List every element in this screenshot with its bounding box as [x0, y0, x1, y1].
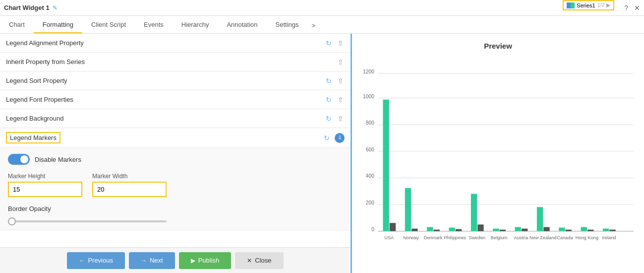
legend-sort-label: Legend Sort Property — [6, 77, 67, 84]
legend-alignment-chevron[interactable]: ⇧ — [337, 38, 345, 48]
legend-markers-chevron-down[interactable]: ⇩ — [335, 133, 345, 143]
main-content: Legend Alignment Property ↻ ⇧ Inherit Pr… — [0, 34, 644, 273]
marker-height-input[interactable] — [8, 182, 82, 197]
svg-rect-36 — [609, 230, 615, 231]
previous-button[interactable]: ← Previous — [67, 252, 125, 269]
next-arrow-icon: → — [141, 257, 147, 264]
legend-background-actions: ↻ ⇧ — [325, 114, 345, 124]
svg-rect-27 — [515, 227, 521, 231]
svg-rect-19 — [427, 227, 433, 231]
legend-markers-expanded: Disable Markers Marker Height Marker Wid… — [0, 148, 351, 230]
toggle-track[interactable] — [8, 154, 30, 165]
svg-text:Hong Kong: Hong Kong — [576, 235, 598, 240]
inherit-label: Inherit Property from Series — [6, 58, 85, 66]
legend-sort-actions: ↻ ⇧ — [325, 76, 345, 86]
svg-rect-32 — [566, 230, 572, 231]
legend-markers-label: Legend Markers — [6, 132, 60, 143]
close-label: Close — [255, 257, 271, 264]
title-bar-left: Chart Widget 1 ✎ — [4, 4, 58, 11]
svg-rect-30 — [543, 227, 549, 231]
svg-rect-25 — [493, 229, 499, 231]
right-panel: Preview Series1 1/2 ▶ 0 200 400 600 800 — [352, 34, 644, 273]
svg-text:800: 800 — [366, 120, 374, 126]
prop-row-legend-sort: Legend Sort Property ↻ ⇧ — [0, 71, 351, 90]
tab-hierarchy[interactable]: Hierarchy — [173, 17, 218, 33]
marker-width-label: Marker Width — [92, 173, 167, 180]
legend-alignment-refresh[interactable]: ↻ — [325, 38, 333, 48]
next-button[interactable]: → Next — [129, 252, 175, 269]
marker-height-group: Marker Height — [8, 173, 82, 197]
svg-text:Ireland: Ireland — [602, 235, 616, 240]
prop-row-legend-alignment: Legend Alignment Property ↻ ⇧ — [0, 34, 351, 53]
title-bar: Chart Widget 1 ✎ ? ✕ — [0, 0, 644, 16]
svg-rect-20 — [434, 230, 440, 231]
svg-text:0: 0 — [371, 227, 374, 232]
close-window-icon[interactable]: ✕ — [634, 4, 640, 12]
legend-font-actions: ↻ ⇧ — [325, 95, 345, 105]
tab-bar: Chart Formatting Client Script Events Hi… — [0, 16, 644, 34]
marker-width-input[interactable] — [92, 182, 167, 197]
publish-button[interactable]: ▶ Publish — [179, 252, 232, 269]
tab-formatting[interactable]: Formatting — [34, 17, 82, 33]
help-icon[interactable]: ? — [624, 4, 628, 12]
tab-client-script[interactable]: Client Script — [82, 17, 135, 33]
close-button[interactable]: ✕ Close — [235, 252, 283, 269]
svg-text:600: 600 — [366, 147, 374, 152]
svg-text:Sweden: Sweden — [468, 235, 485, 240]
legend-background-refresh[interactable]: ↻ — [325, 114, 333, 124]
slider-container — [8, 216, 167, 224]
svg-text:400: 400 — [366, 173, 374, 179]
previous-label: Previous — [88, 257, 113, 264]
svg-rect-26 — [500, 230, 506, 231]
svg-text:Norway: Norway — [403, 235, 419, 240]
svg-text:1000: 1000 — [363, 94, 374, 99]
publish-arrow-icon: ▶ — [191, 257, 195, 264]
title-bar-right: ? ✕ — [624, 4, 640, 12]
tab-settings[interactable]: Settings — [267, 17, 308, 33]
bottom-bar: ← Previous → Next ▶ Publish ✕ Close — [0, 247, 351, 273]
disable-markers-toggle[interactable] — [8, 154, 30, 165]
properties-area: Legend Alignment Property ↻ ⇧ Inherit Pr… — [0, 34, 351, 247]
svg-text:200: 200 — [366, 200, 374, 205]
left-panel: Legend Alignment Property ↻ ⇧ Inherit Pr… — [0, 34, 352, 273]
legend-font-refresh[interactable]: ↻ — [325, 95, 333, 105]
tab-annotation[interactable]: Annotation — [218, 17, 266, 33]
border-opacity-label: Border Opacity — [8, 205, 343, 212]
preview-chart: 0 200 400 600 800 1000 1200 — [360, 60, 636, 265]
svg-text:1200: 1200 — [363, 69, 374, 74]
app-window: Chart Widget 1 ✎ ? ✕ Chart Formatting Cl… — [0, 0, 644, 273]
legend-markers-actions: ↻ ⇩ — [323, 133, 345, 143]
tab-more[interactable]: > — [308, 18, 320, 33]
marker-height-label: Marker Height — [8, 173, 82, 180]
inherit-actions: ⇧ — [337, 57, 345, 67]
inherit-chevron[interactable]: ⇧ — [337, 57, 345, 67]
legend-markers-refresh[interactable]: ↻ — [323, 133, 331, 143]
edit-icon[interactable]: ✎ — [53, 4, 58, 11]
svg-rect-23 — [471, 194, 477, 231]
legend-font-chevron[interactable]: ⇧ — [337, 95, 345, 105]
svg-text:Austria: Austria — [514, 235, 528, 240]
legend-sort-refresh[interactable]: ↻ — [325, 76, 333, 86]
disable-markers-row: Disable Markers — [8, 154, 343, 165]
tab-events[interactable]: Events — [135, 17, 173, 33]
close-x-icon: ✕ — [247, 257, 252, 264]
legend-background-chevron[interactable]: ⇧ — [337, 114, 345, 124]
border-opacity-slider[interactable] — [8, 220, 167, 222]
svg-rect-21 — [449, 228, 455, 231]
legend-sort-chevron[interactable]: ⇧ — [337, 76, 345, 86]
prop-row-inherit: Inherit Property from Series ⇧ — [0, 53, 351, 71]
marker-width-group: Marker Width — [92, 173, 167, 197]
svg-text:USA: USA — [384, 235, 394, 240]
svg-rect-35 — [603, 229, 609, 231]
svg-rect-29 — [537, 207, 543, 231]
toggle-thumb — [20, 155, 28, 163]
disable-markers-label: Disable Markers — [35, 156, 81, 163]
border-opacity-group: Border Opacity — [8, 205, 343, 224]
svg-text:Philippines: Philippines — [444, 235, 466, 240]
svg-rect-18 — [411, 229, 417, 231]
tab-chart[interactable]: Chart — [0, 17, 34, 33]
svg-rect-24 — [477, 224, 483, 231]
window-title: Chart Widget 1 — [4, 4, 50, 11]
prop-row-legend-background: Legend Background ↻ ⇧ — [0, 109, 351, 128]
svg-rect-33 — [581, 227, 587, 231]
